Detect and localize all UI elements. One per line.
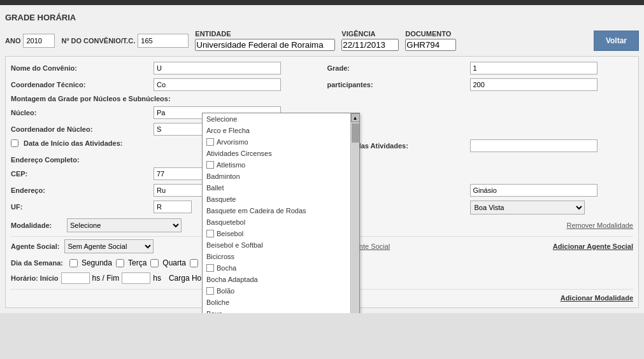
modalidade-label: Modalidade:	[11, 222, 62, 229]
main-container: GRADE HORÁRIA ANO Nº DO CONVÊNIO/T.C. EN…	[0, 5, 644, 313]
montagem-label: Montagem da Grade por Núcleos e Subnúcle…	[11, 95, 171, 102]
dropdown-item-bicicross[interactable]: Bicicross	[203, 251, 350, 262]
modalidade-select[interactable]: Selecione Capoeira	[67, 218, 182, 232]
dropdown-item-atividades[interactable]: Atividades Circenses	[203, 148, 350, 159]
header-row: ANO Nº DO CONVÊNIO/T.C. ENTIDADE VIGÊNCI…	[5, 30, 639, 51]
mun-col: o: Boa Vista Boa Vista do Ramos Caracara…	[322, 201, 634, 215]
remover-modalidade-link[interactable]: Remover Modalidade	[566, 222, 633, 229]
ano-field: ANO	[5, 34, 55, 48]
page-title: GRADE HORÁRIA	[5, 10, 639, 25]
endereco-label: Endereço:	[11, 187, 151, 194]
dropdown-scrollbar[interactable]: ▲ ▼	[350, 113, 359, 313]
participantes-label: participantes:	[327, 81, 468, 88]
dropdown-item-basquete[interactable]: Basquete	[203, 194, 350, 205]
grade-label: Grade:	[327, 64, 468, 72]
coord-col: Coordenador Técnico:	[11, 78, 322, 91]
quarta-label: Quarta	[162, 258, 186, 267]
scroll-thumb[interactable]	[352, 123, 359, 143]
ano-label: ANO	[5, 37, 20, 45]
documento-group: DOCUMENTO	[405, 30, 456, 51]
terca-checkbox[interactable]	[116, 259, 124, 267]
vigencia-label: VIGÊNCIA	[341, 30, 399, 38]
participantes-input[interactable]	[470, 78, 597, 91]
dropdown-item-atletismo[interactable]: Atletismo	[203, 159, 350, 171]
cep-label: CEP:	[11, 170, 151, 178]
municipio-select[interactable]: Boa Vista Boa Vista do Ramos Caracaraí	[470, 201, 585, 215]
dropdown-list: Selecione Arco e Flecha Arvorismo Ativid…	[203, 113, 350, 313]
top-bar	[0, 0, 644, 5]
adicionar-modalidade-link[interactable]: Adicionar Modalidade	[561, 294, 633, 302]
dia-semana-label: Dia da Semana:	[11, 259, 63, 267]
uf-input[interactable]	[154, 201, 192, 213]
termino-col: Término das Atividades:	[322, 139, 634, 152]
dropdown-item-badminton[interactable]: Badminton	[203, 171, 350, 182]
sport-dropdown: Selecione Arco e Flecha Arvorismo Ativid…	[202, 113, 360, 313]
part-col: participantes:	[322, 78, 634, 91]
adicionar-agente-link[interactable]: Adicionar Agente Social	[553, 243, 633, 250]
convenio-label: Nº DO CONVÊNIO/T.C.	[61, 37, 135, 45]
termino-input[interactable]	[470, 139, 597, 152]
coordenador-label: Coordenador Técnico:	[11, 81, 151, 88]
nome-convenio-col: Nome do Convênio:	[11, 62, 322, 74]
grade-input[interactable]	[470, 62, 597, 74]
coord-nucleo-label: Coordenador de Núcleo:	[11, 125, 151, 133]
terca-label: Terça	[128, 258, 147, 267]
dropdown-item-beisebol[interactable]: Beisebol	[203, 228, 350, 239]
dropdown-item-basquetebol[interactable]: Basquetebol	[203, 216, 350, 228]
documento-label: DOCUMENTO	[405, 30, 456, 38]
ano-input[interactable]	[23, 34, 55, 48]
row-nome-grade: Nome do Convênio: Grade:	[11, 62, 633, 74]
nome-convenio-label: Nome do Convênio:	[11, 64, 151, 72]
dropdown-item-arco[interactable]: Arco e Flecha	[203, 125, 350, 136]
data-inicio-label: Data de Início das Atividades:	[24, 139, 164, 147]
beisebol-checkbox	[206, 230, 214, 237]
documento-input[interactable]	[405, 39, 456, 51]
horario-fim-input[interactable]	[122, 272, 150, 284]
horario-inicio-input[interactable]	[61, 272, 90, 284]
dropdown-item-boliche[interactable]: Boliche	[203, 297, 350, 308]
dropdown-item-beisebol-softbal[interactable]: Beisebol e Softbal	[203, 239, 350, 251]
dropdown-item-bolao[interactable]: Bolão	[203, 285, 350, 297]
entidade-group: ENTIDADE	[195, 30, 335, 51]
dropdown-item-basquete-cadeira[interactable]: Basquete em Cadeira de Rodas	[203, 205, 350, 216]
endereco-completo-label: Endereço Completo:	[11, 156, 151, 164]
hs-label: hs	[153, 274, 161, 283]
scroll-up-arrow[interactable]: ▲	[351, 113, 360, 122]
dropdown-item-boxe[interactable]: Boxe	[203, 308, 350, 313]
agente-social-label: Agente Social:	[11, 243, 59, 250]
nome-convenio-input[interactable]	[154, 62, 281, 74]
vigencia-input[interactable]	[341, 39, 399, 51]
bolao-checkbox	[206, 287, 214, 295]
dropdown-item-selecione[interactable]: Selecione	[203, 113, 350, 125]
grade-col: Grade:	[322, 62, 634, 74]
estab-col: nento:	[322, 184, 634, 197]
quarta-checkbox[interactable]	[150, 259, 159, 267]
entidade-input[interactable]	[195, 39, 335, 51]
atletismo-checkbox	[206, 161, 214, 169]
arvorismo-checkbox	[206, 138, 214, 146]
convenio-input[interactable]	[138, 34, 189, 48]
dropdown-item-bocha-adaptada[interactable]: Bocha Adaptada	[203, 274, 350, 285]
convenio-field: Nº DO CONVÊNIO/T.C.	[61, 34, 189, 48]
entidade-label: ENTIDADE	[195, 30, 335, 38]
hs-fim-label: hs / Fim	[92, 274, 120, 283]
vigencia-group: VIGÊNCIA	[341, 30, 399, 51]
uf-label: UF:	[11, 203, 151, 211]
agente-social-select[interactable]: Sem Agente Social	[64, 239, 154, 253]
quinta-checkbox[interactable]	[190, 259, 198, 267]
dropdown-item-ballet[interactable]: Ballet	[203, 182, 350, 194]
form-area: Nome do Convênio: Grade: Coordenador Téc…	[5, 56, 639, 308]
segunda-checkbox[interactable]	[69, 259, 78, 267]
data-inicio-checkbox[interactable]	[11, 139, 18, 147]
dropdown-container: Selecione Arco e Flecha Arvorismo Ativid…	[203, 113, 359, 313]
segunda-label: Segunda	[82, 258, 112, 267]
nucleo-label: Núcleo:	[11, 109, 151, 116]
estabelecimento-input[interactable]	[470, 184, 597, 197]
scroll-track	[352, 122, 359, 313]
dropdown-item-bocha[interactable]: Bocha	[203, 262, 350, 274]
dropdown-item-arvorismo[interactable]: Arvorismo	[203, 136, 350, 148]
voltar-button[interactable]: Voltar	[594, 31, 639, 51]
coordenador-input[interactable]	[154, 78, 281, 91]
row-coord-part: Coordenador Técnico: participantes:	[11, 78, 633, 91]
bocha-checkbox	[206, 264, 214, 272]
